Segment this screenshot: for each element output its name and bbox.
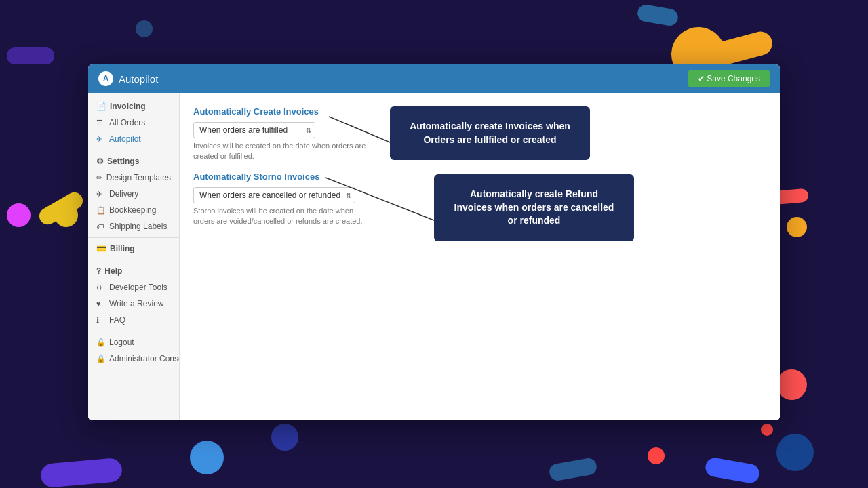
sidebar-item-design-templates[interactable]: ✏ Design Templates — [88, 169, 179, 186]
auto-create-invoices-select-wrapper[interactable]: When orders are fulfilled — [193, 122, 315, 138]
auto-storno-invoices-select[interactable]: When orders are cancelled or refunded — [193, 187, 355, 203]
header-left: A Autopilot — [98, 71, 158, 86]
bookkeeping-icon: 📋 — [96, 206, 106, 215]
developer-tools-icon: ⟨⟩ — [96, 283, 106, 292]
sidebar-section-invoicing: 📄 Invoicing — [88, 98, 179, 115]
sidebar-item-logout[interactable]: 🔓 Logout — [88, 334, 179, 350]
divider-3 — [88, 260, 179, 260]
divider-1 — [88, 150, 179, 150]
app-content: 📄 Invoicing ☰ All Orders ✈ Autopilot ⚙ S… — [88, 93, 780, 420]
admin-console-icon: 🔒 — [96, 354, 106, 363]
logout-icon: 🔓 — [96, 338, 106, 347]
divider-4 — [88, 331, 179, 331]
sidebar-section-billing[interactable]: 💳 Billing — [88, 241, 179, 257]
sidebar-item-developer-tools[interactable]: ⟨⟩ Developer Tools — [88, 279, 179, 296]
tooltip-create-invoices: Automatically create Invoices when Order… — [390, 106, 590, 160]
all-orders-icon: ☰ — [96, 119, 106, 127]
autopilot-icon: ✈ — [96, 135, 106, 144]
auto-storno-invoices-select-wrapper[interactable]: When orders are cancelled or refunded — [193, 187, 355, 203]
sidebar-item-faq[interactable]: ℹ FAQ — [88, 312, 179, 328]
billing-icon: 💳 — [96, 244, 106, 253]
design-templates-icon: ✏ — [96, 174, 103, 182]
sidebar-item-autopilot[interactable]: ✈ Autopilot — [88, 131, 179, 147]
sidebar-item-shipping-labels[interactable]: 🏷 Shipping Labels — [88, 218, 179, 235]
sidebar-section-help: ? Help — [88, 263, 179, 279]
sidebar-item-all-orders[interactable]: ☰ All Orders — [88, 115, 179, 131]
app-header: A Autopilot ✔ Save Changes — [88, 64, 780, 93]
auto-storno-invoices-description: Storno invoices will be created on the d… — [193, 206, 370, 227]
tooltip-refund-invoices: Automatically create Refund Invoices whe… — [434, 174, 634, 241]
sidebar-item-bookkeeping[interactable]: 📋 Bookkeeping — [88, 202, 179, 218]
faq-icon: ℹ — [96, 316, 106, 325]
auto-create-invoices-description: Invoices will be created on the date whe… — [193, 141, 370, 162]
auto-create-invoices-select[interactable]: When orders are fulfilled — [193, 122, 315, 138]
main-panel: Automatically Create Invoices When order… — [180, 93, 780, 420]
app-window: A Autopilot ✔ Save Changes 📄 Invoicing ☰… — [88, 64, 780, 420]
sidebar: 📄 Invoicing ☰ All Orders ✈ Autopilot ⚙ S… — [88, 93, 180, 420]
sidebar-item-delivery[interactable]: ✈ Delivery — [88, 186, 179, 202]
write-review-icon: ♥ — [96, 300, 106, 308]
app-logo: A — [98, 71, 113, 86]
sidebar-item-write-review[interactable]: ♥ Write a Review — [88, 296, 179, 312]
app-title: Autopilot — [119, 73, 158, 85]
save-button[interactable]: ✔ Save Changes — [688, 70, 770, 87]
invoicing-icon: 📄 — [96, 102, 106, 111]
delivery-icon: ✈ — [96, 190, 106, 199]
settings-icon: ⚙ — [96, 157, 104, 166]
shipping-labels-icon: 🏷 — [96, 222, 106, 230]
sidebar-section-settings: ⚙ Settings — [88, 153, 179, 169]
divider-2 — [88, 237, 179, 238]
sidebar-item-admin-console[interactable]: 🔒 Administrator Console — [88, 350, 179, 367]
help-icon: ? — [96, 266, 101, 276]
